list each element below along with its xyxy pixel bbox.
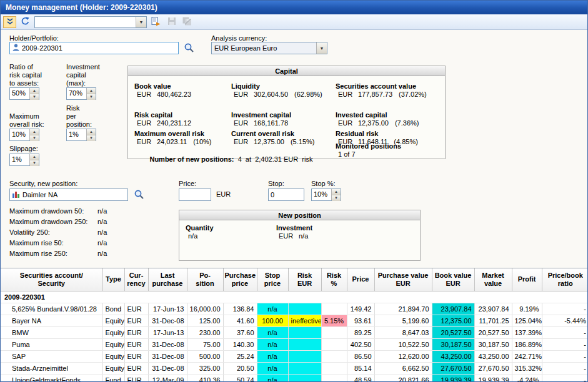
table-row[interactable]: Bayer NAEquityEUR31-Dec-08125.0041.60100… [1, 315, 587, 326]
column-header[interactable]: Cur- rency [124, 268, 148, 291]
spinner-value: 1% [67, 129, 86, 140]
column-header[interactable]: Securities account/ Security [1, 268, 102, 291]
spinner-up-button[interactable]: ▲ [87, 88, 96, 94]
expand-menu-button[interactable] [3, 16, 16, 28]
spinner-up-button[interactable]: ▲ [30, 129, 39, 135]
price-currency-label: EUR [216, 190, 231, 198]
toolbar: ▼ [1, 14, 587, 30]
column-header[interactable]: Price/book ratio [542, 268, 587, 291]
chevron-down-icon[interactable]: ▼ [136, 17, 146, 27]
table-row[interactable]: UnionGeldmarktFondsFundEUR12-Mar-09410.3… [1, 374, 587, 381]
table-row[interactable]: Stada-ArzneimittelEquityEUR31-Dec-08325.… [1, 362, 587, 374]
group-row[interactable]: 2009-220301 [1, 291, 587, 303]
table-cell: 500.00 [187, 350, 223, 362]
table-cell: EUR [124, 338, 148, 350]
spinner-down-button[interactable]: ▼ [332, 195, 341, 201]
table-cell [288, 350, 321, 362]
spinner-value: 50% [10, 88, 29, 99]
holder-portfolio-input[interactable]: 2009-220301 [9, 42, 179, 54]
table-cell: 43,250.00 [474, 350, 512, 362]
capital-groupbox: Capital Book value EUR480,462.23 Liquidi… [127, 66, 446, 159]
spinner-up-button[interactable]: ▲ [30, 154, 39, 160]
table-cell: 75.00 [187, 338, 223, 350]
spinner-up-button[interactable]: ▲ [30, 88, 39, 94]
spinner-down-button[interactable]: ▼ [30, 160, 39, 166]
table-cell: 137.39% [512, 326, 542, 338]
column-header[interactable]: Profit [512, 268, 542, 291]
stop-pct-spinner[interactable]: 10% ▲▼ [311, 189, 341, 201]
table-cell: 31-Dec-08 [148, 315, 187, 326]
stat-volatility-250: Volatility 250:n/a [9, 228, 159, 237]
column-header[interactable]: Risk % [321, 268, 347, 291]
chevron-down-icon[interactable]: ▼ [316, 42, 327, 54]
table-cell: 20.50 [223, 362, 257, 374]
table-cell [288, 374, 321, 381]
table-cell: 410.36 [187, 374, 223, 381]
capital-investment-capital: Investment capital EUR168,161.78 [231, 111, 294, 127]
table-cell: BMW [1, 326, 102, 338]
column-header[interactable]: Purchase value EUR [374, 268, 432, 291]
column-header[interactable]: Type [102, 268, 124, 291]
spinner-up-button[interactable]: ▲ [332, 189, 341, 195]
security-search-button[interactable] [132, 188, 146, 202]
table-row[interactable]: 5,625% Bundanl.V.98/01.28BondEUR17-Jun-1… [1, 303, 587, 315]
table-cell: EUR [124, 350, 148, 362]
spinner-down-button[interactable]: ▼ [30, 135, 39, 141]
spinner-down-button[interactable]: ▼ [30, 94, 39, 100]
toolbar-combobox[interactable]: ▼ [34, 16, 147, 28]
spinner-value: 10% [312, 189, 331, 200]
holder-search-button[interactable] [182, 41, 196, 55]
table-cell: n/a [257, 303, 288, 315]
column-header[interactable]: Book value EUR [432, 268, 474, 291]
spinner-down-button[interactable]: ▼ [87, 135, 96, 141]
stop-input[interactable] [268, 189, 304, 201]
column-header[interactable]: Last purchase [148, 268, 187, 291]
table-cell: -4.24% [512, 374, 542, 381]
table-cell [321, 350, 347, 362]
spinner-value: 1% [10, 154, 29, 165]
capital-securities-account-value: Securities account value EUR177,857.73(3… [336, 82, 427, 99]
table-cell: 31-Dec-08 [148, 362, 187, 374]
column-header[interactable]: Price [347, 268, 374, 291]
column-header[interactable]: Purchase price [223, 268, 257, 291]
table-row[interactable]: BMWEquityEUR17-Jun-13230.0037.60n/a89.25… [1, 326, 587, 338]
table-cell: n/a [257, 374, 288, 381]
table-row[interactable]: SAPEquityEUR31-Dec-08500.0025.24n/a86.50… [1, 350, 587, 362]
maximum-overall-risk-spinner[interactable]: 10% ▲▼ [9, 129, 39, 141]
table-cell: 11,701.25 [474, 315, 512, 326]
spinner-up-button[interactable]: ▲ [87, 129, 96, 135]
table-cell: 12,620.00 [374, 350, 432, 362]
table-cell: 125.04% [512, 315, 542, 326]
column-header[interactable]: Stop price [257, 268, 288, 291]
capital-new-positions: Number of new positions: 4 at 2,402.31 E… [134, 148, 312, 170]
capital-title: Capital [128, 66, 445, 76]
new-position-quantity: Quantity n/a [186, 224, 214, 240]
table-cell: 25.24 [223, 350, 257, 362]
investment-capital-max-spinner[interactable]: 70% ▲▼ [66, 87, 96, 100]
save-all-button [181, 16, 194, 28]
table-cell [321, 326, 347, 338]
stop-pct-label: Stop %: [311, 180, 336, 188]
ratio-risk-capital-spinner[interactable]: 50% ▲▼ [9, 87, 39, 100]
column-header[interactable]: Risk EUR [288, 268, 321, 291]
price-input[interactable] [179, 189, 211, 201]
refresh-button[interactable] [19, 16, 32, 28]
risk-per-position-spinner[interactable]: 1% ▲▼ [66, 129, 96, 141]
table-row[interactable]: PumaEquityEUR31-Dec-0875.00140.30n/a402.… [1, 338, 587, 350]
chart-icon [12, 190, 20, 199]
column-header[interactable]: Market value [474, 268, 512, 291]
security-input[interactable]: Daimler NA [9, 189, 128, 201]
capital-risk-capital: Risk capital EUR240,231.12 [134, 111, 197, 127]
table-cell: 149.42 [347, 303, 374, 315]
export-button[interactable] [149, 16, 162, 28]
table-cell: 85.14 [347, 362, 374, 374]
ratio-risk-capital-label: Ratio of risk capital to assets: [9, 63, 42, 87]
table-cell: 43,250.00 [432, 350, 474, 362]
slippage-spinner[interactable]: 1% ▲▼ [9, 154, 39, 166]
column-header[interactable]: Po- sition [187, 268, 223, 291]
table-cell: 17-Jun-13 [148, 303, 187, 315]
table-cell: 315.32% [512, 362, 542, 374]
analysis-currency-select[interactable]: EUR European Euro ▼ [211, 42, 327, 54]
table-cell: - [542, 362, 587, 374]
spinner-down-button[interactable]: ▼ [87, 94, 96, 100]
